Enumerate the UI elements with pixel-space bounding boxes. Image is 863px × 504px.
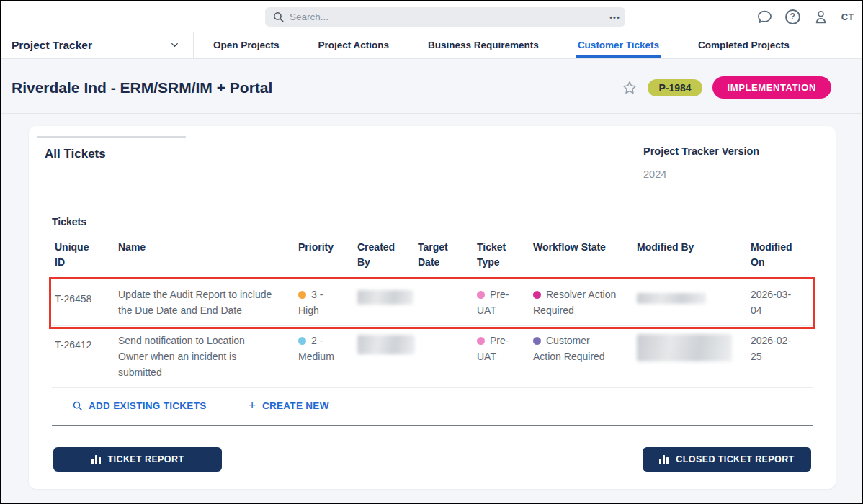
ticket-report-button[interactable]: TICKET REPORT [53,447,222,472]
priority-dot [298,291,306,299]
page-divider [1,113,862,114]
cell-name: Send notification to Location Owner when… [115,326,295,387]
report-buttons: TICKET REPORT CLOSED TICKET REPORT [53,447,811,472]
column-header: Unique ID [52,235,115,280]
plus-icon: + [249,398,256,412]
ticket-report-label: TICKET REPORT [108,454,184,464]
cell-created-by [354,326,415,387]
tickets-table-body: T-26458 Update the Audit Report to inclu… [52,280,813,388]
top-bar: ••• ? CT [1,1,862,32]
cell-ticket-type: Pre-UAT [474,326,530,387]
cell-modified-on: 2026-02-25 [748,326,813,387]
table-row[interactable]: T-26412 Send notification to Location Ow… [52,326,813,388]
nav-tabs: Open ProjectsProject ActionsBusiness Req… [194,32,809,58]
tickets-table-header: Unique IDNamePriorityCreated ByTarget Da… [52,235,813,280]
add-existing-label: ADD EXISTING TICKETS [89,400,207,411]
priority-dot [298,337,306,345]
cell-name: Update the Audit Report to include the D… [115,280,295,325]
closed-ticket-report-button[interactable]: CLOSED TICKET REPORT [643,447,811,472]
topbar-actions: ? CT [756,1,854,32]
bar-chart-icon [91,454,102,464]
column-header: Created By [354,235,415,280]
version-value: 2024 [643,168,666,180]
cell-created-by [354,280,415,325]
user-initials[interactable]: CT [841,12,854,22]
search-more-button[interactable]: ••• [604,7,625,27]
status-badge: IMPLEMENTATION [712,76,831,99]
column-header: Workflow State [530,235,634,280]
bar-chart-icon [659,454,669,464]
user-icon[interactable] [813,9,829,25]
cell-modified-on: 2026-03-04 [748,280,813,325]
column-header: Target Date [415,235,474,280]
page-header: Riverdale Ind - ERM/SRM/IM + Portal P-19… [1,59,862,113]
chat-icon[interactable] [756,9,773,25]
cell-workflow-state: Resolver Action Required [530,280,634,325]
workflow-state-dot [533,337,541,345]
redacted-text [637,334,732,361]
chevron-down-icon [169,40,180,50]
cell-target-date [415,326,474,387]
table-actions: ADD EXISTING TICKETS + CREATE NEW [52,388,813,426]
page-badges: P-1984 IMPLEMENTATION [622,76,831,99]
workflow-state-label: Resolver Action Required [533,289,616,316]
tab-customer-tickets[interactable]: Customer Tickets [558,32,679,58]
column-header: Modified On [748,235,813,280]
search-bar: ••• [265,7,625,27]
cell-unique-id: T-26412 [52,326,115,387]
workflow-state-label: Customer Action Required [533,335,605,362]
cell-modified-by [634,326,748,387]
nav-bar: Project Tracker Open ProjectsProject Act… [1,32,862,59]
app-window: ••• ? CT Project Tracker Open ProjectsPr… [0,0,863,504]
cell-ticket-type: Pre-UAT [474,280,530,325]
ticket-type-dot [477,291,485,299]
cell-target-date [415,280,474,325]
create-new-link[interactable]: + CREATE NEW [249,400,329,412]
redacted-text [357,335,415,354]
column-header: Modified By [634,235,748,280]
tab-project-actions[interactable]: Project Actions [299,32,409,58]
app-title: Project Tracker [12,39,92,52]
help-icon[interactable]: ? [785,9,800,24]
closed-ticket-report-label: CLOSED TICKET REPORT [676,454,794,464]
section-title: All Tickets [45,147,106,161]
all-tickets-panel: All Tickets Project Tracker Version 2024… [29,126,836,489]
app-switcher-dropdown[interactable]: Project Tracker [1,32,194,58]
page-title: Riverdale Ind - ERM/SRM/IM + Portal [12,79,272,96]
tab-business-requirements[interactable]: Business Requirements [408,32,558,58]
project-code-badge: P-1984 [648,79,702,96]
section-tab-indicator [37,136,186,138]
column-header: Priority [295,235,354,280]
tab-open-projects[interactable]: Open Projects [194,32,299,58]
table-label: Tickets [52,216,86,228]
favorite-star-icon[interactable] [622,80,638,96]
cell-workflow-state: Customer Action Required [530,326,634,387]
tickets-table: Unique IDNamePriorityCreated ByTarget Da… [52,235,813,426]
search-input[interactable] [285,12,604,22]
add-existing-tickets-link[interactable]: ADD EXISTING TICKETS [72,400,207,411]
cell-modified-by [634,280,748,325]
ticket-type-dot [477,337,485,345]
tab-completed-projects[interactable]: Completed Projects [679,32,809,58]
search-icon [72,400,83,411]
redacted-text [637,293,706,304]
cell-unique-id: T-26458 [52,280,115,325]
version-label: Project Tracker Version [643,145,759,157]
cell-priority: 2 - Medium [295,326,354,387]
workflow-state-dot [533,291,541,299]
search-icon [272,11,285,23]
column-header: Ticket Type [474,235,530,280]
redacted-text [357,290,413,305]
create-new-label: CREATE NEW [262,400,329,411]
cell-priority: 3 - High [295,280,354,325]
column-header: Name [115,235,295,280]
table-row[interactable]: T-26458 Update the Audit Report to inclu… [52,280,813,326]
